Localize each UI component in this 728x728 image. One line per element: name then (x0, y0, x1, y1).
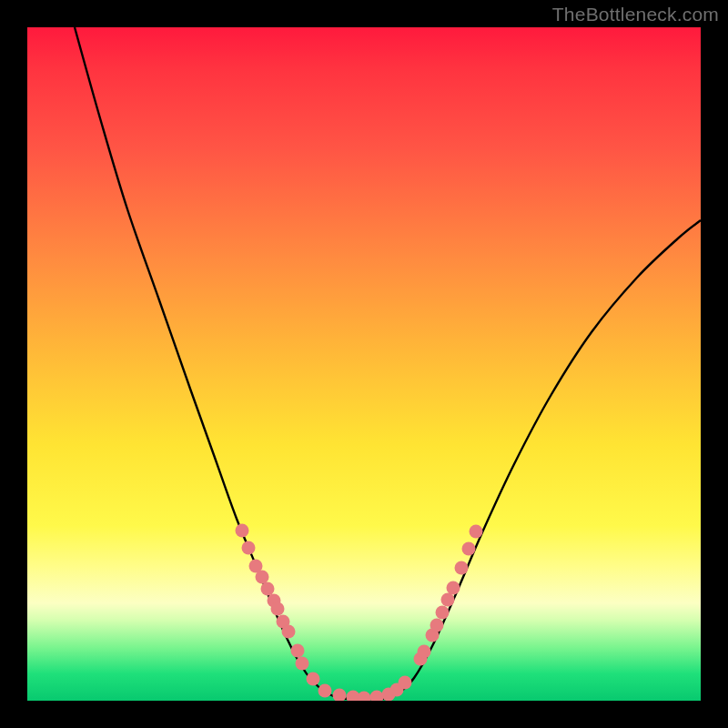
data-point (236, 524, 249, 538)
chart-svg (27, 27, 701, 701)
bottleneck-curve (75, 27, 701, 699)
data-point (447, 581, 460, 595)
data-point (399, 676, 412, 690)
data-point (370, 691, 384, 702)
data-point (430, 619, 444, 632)
data-point (307, 672, 320, 686)
data-point (296, 657, 309, 671)
data-point (333, 689, 347, 702)
chart-area (27, 27, 701, 701)
watermark-text: TheBottleneck.com (552, 4, 719, 25)
data-point (242, 541, 256, 555)
data-point (441, 593, 455, 607)
data-point (358, 692, 371, 702)
data-point (256, 571, 269, 584)
data-point (462, 542, 476, 556)
data-point (318, 684, 332, 698)
data-point (470, 525, 483, 539)
data-point (271, 602, 285, 616)
data-points (236, 524, 483, 702)
data-point (282, 625, 296, 639)
data-point (436, 606, 450, 620)
data-point (261, 582, 275, 596)
data-point (455, 561, 469, 575)
data-point (418, 645, 431, 659)
data-point (291, 644, 305, 658)
